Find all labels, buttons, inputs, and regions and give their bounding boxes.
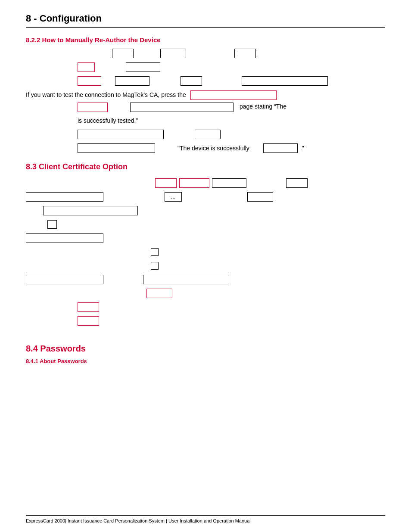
ui-element-7[interactable] bbox=[242, 76, 328, 86]
diagram-row-5 bbox=[78, 129, 385, 140]
diagram-row-2 bbox=[78, 62, 385, 73]
diagram-83-row-8 bbox=[26, 274, 385, 285]
ui-element-5[interactable] bbox=[115, 76, 149, 86]
ui-83-red-1[interactable] bbox=[155, 178, 177, 188]
section-841: 8.4.1 About Passwords bbox=[26, 358, 385, 364]
ui-element-12[interactable] bbox=[263, 143, 298, 153]
diagram-83-row-2: ... bbox=[26, 191, 385, 202]
ui-83-5[interactable] bbox=[43, 206, 138, 215]
text-dot: ." bbox=[300, 145, 304, 152]
diagram-row-6: "The device is successfully ." bbox=[78, 143, 385, 154]
diagram-83-row-4 bbox=[47, 219, 385, 230]
diagram-83-row-5 bbox=[26, 233, 385, 244]
ui-element-1[interactable] bbox=[112, 49, 134, 58]
ui-83-7[interactable] bbox=[26, 233, 103, 243]
chapter-title: 8 - Configuration bbox=[26, 13, 102, 24]
ui-83-1[interactable] bbox=[212, 178, 246, 188]
diagram-83-row-10 bbox=[78, 302, 385, 313]
ui-element-10[interactable] bbox=[195, 130, 221, 139]
diagram-83-row-6 bbox=[151, 246, 385, 258]
section-83: 8.3 Client Certificate Option ... bbox=[26, 162, 385, 327]
text-page-stating: page stating “The bbox=[240, 102, 286, 111]
ui-83-4[interactable] bbox=[247, 192, 273, 202]
text-success-tested: is successfully tested.” bbox=[78, 116, 385, 125]
diagram-822: If you want to test the connection to Ma… bbox=[26, 48, 385, 154]
ui-83-11[interactable] bbox=[143, 275, 229, 284]
section-822: 8.2.2 How to Manually Re-Author the Devi… bbox=[26, 36, 385, 154]
ui-83-3[interactable] bbox=[26, 192, 103, 202]
diagram-row-1 bbox=[112, 48, 385, 59]
ui-83-2[interactable] bbox=[286, 178, 308, 188]
ui-element-2[interactable] bbox=[160, 49, 186, 58]
diagram-row-4: page stating “The bbox=[78, 102, 385, 113]
diagram-83: ... bbox=[26, 177, 385, 327]
diagram-83-row-3 bbox=[43, 205, 385, 216]
ui-83-dots[interactable]: ... bbox=[165, 192, 182, 202]
text-device-success: "The device is successfully bbox=[177, 145, 249, 152]
ui-element-red-3[interactable] bbox=[78, 103, 108, 112]
section-83-title: 8.3 Client Certificate Option bbox=[26, 162, 385, 171]
ui-element-red-2[interactable] bbox=[78, 76, 101, 86]
text-ca-line: If you want to test the connection to Ma… bbox=[26, 90, 385, 100]
footer: ExpressCard 2000| Instant Issuance Card … bbox=[26, 515, 385, 523]
ui-83-red-4[interactable] bbox=[78, 302, 99, 312]
ui-element-red-1[interactable] bbox=[78, 62, 95, 72]
diagram-83-row-11 bbox=[78, 315, 385, 327]
ui-83-red-5[interactable] bbox=[78, 316, 99, 326]
section-84: 8.4 Passwords 8.4.1 About Passwords bbox=[26, 344, 385, 364]
ui-83-10[interactable] bbox=[26, 275, 103, 284]
diagram-row-3 bbox=[78, 75, 385, 87]
section-84-title: 8.4 Passwords bbox=[26, 344, 385, 354]
ui-element-8[interactable] bbox=[130, 103, 234, 112]
section-841-title: 8.4.1 About Passwords bbox=[26, 358, 385, 364]
ui-element-11[interactable] bbox=[78, 143, 155, 153]
chapter-header: 8 - Configuration bbox=[26, 13, 385, 28]
ui-element-6[interactable] bbox=[181, 76, 202, 86]
ui-element-4[interactable] bbox=[126, 62, 160, 72]
footer-text: ExpressCard 2000| Instant Issuance Card … bbox=[26, 518, 251, 523]
section-822-title: 8.2.2 How to Manually Re-Author the Devi… bbox=[26, 36, 385, 44]
diagram-83-row-9 bbox=[146, 288, 385, 299]
ui-83-6[interactable] bbox=[47, 220, 57, 229]
ui-83-red-3[interactable] bbox=[146, 289, 172, 298]
ui-83-9[interactable] bbox=[151, 262, 159, 270]
ui-element-9[interactable] bbox=[78, 130, 164, 139]
ui-element-3[interactable] bbox=[234, 49, 256, 58]
ui-83-8[interactable] bbox=[151, 248, 159, 256]
page: 8 - Configuration 8.2.2 How to Manually … bbox=[0, 0, 411, 532]
diagram-83-row-7 bbox=[151, 260, 385, 271]
diagram-83-row-1 bbox=[155, 177, 385, 189]
ui-element-red-inline[interactable] bbox=[190, 90, 277, 100]
ui-83-red-2[interactable] bbox=[179, 178, 209, 188]
